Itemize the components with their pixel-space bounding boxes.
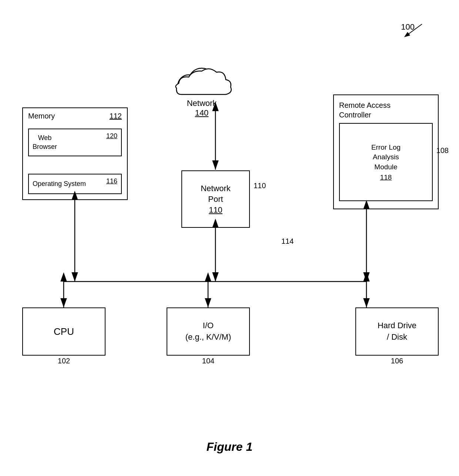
network-cloud-container: Network 140 <box>161 59 242 111</box>
diagram: 100 Network <box>0 0 459 476</box>
rac-label: Remote AccessController <box>339 100 391 120</box>
line-114-label: 114 <box>281 237 294 246</box>
web-browser-box: WebBrowser 120 <box>28 129 122 156</box>
memory-box: Memory 112 WebBrowser 120 Operating Syst… <box>22 107 128 200</box>
network-port-label: NetworkPort <box>201 183 231 204</box>
figure-label: Figure 1 <box>207 440 252 454</box>
elam-ref: 118 <box>380 173 392 182</box>
hard-drive-box: Hard Drive/ Disk 106 <box>355 307 439 356</box>
network-cloud-svg <box>161 59 242 100</box>
cpu-ref: 102 <box>58 357 70 365</box>
elam-label: Error LogAnalysisModule <box>371 143 401 172</box>
io-label: I/O(e.g., K/V/M) <box>185 320 231 343</box>
web-browser-label: WebBrowser <box>33 134 57 151</box>
hard-drive-ref: 106 <box>391 357 403 365</box>
cpu-label: CPU <box>54 326 74 337</box>
os-box: Operating System 116 <box>28 174 122 194</box>
ref-100: 100 <box>401 22 415 32</box>
network-label: Network 140 <box>161 99 242 118</box>
elam-box: Error LogAnalysisModule 118 <box>339 123 433 201</box>
network-port-box: NetworkPort 110 <box>181 170 250 228</box>
rac-box: Remote AccessController Error LogAnalysi… <box>333 94 439 209</box>
io-ref: 104 <box>202 357 214 365</box>
hard-drive-label: Hard Drive/ Disk <box>378 320 416 343</box>
memory-label: Memory <box>28 112 55 120</box>
rac-num: 108 <box>436 146 449 155</box>
web-browser-ref: 120 <box>106 132 117 140</box>
memory-ref: 112 <box>110 112 122 120</box>
network-port-outside-ref: 110 <box>254 182 266 190</box>
cpu-box: CPU 102 <box>22 307 105 356</box>
os-ref: 116 <box>106 177 117 185</box>
network-port-ref: 110 <box>209 205 222 215</box>
io-box: I/O(e.g., K/V/M) 104 <box>167 307 250 356</box>
os-label: Operating System <box>33 180 86 188</box>
